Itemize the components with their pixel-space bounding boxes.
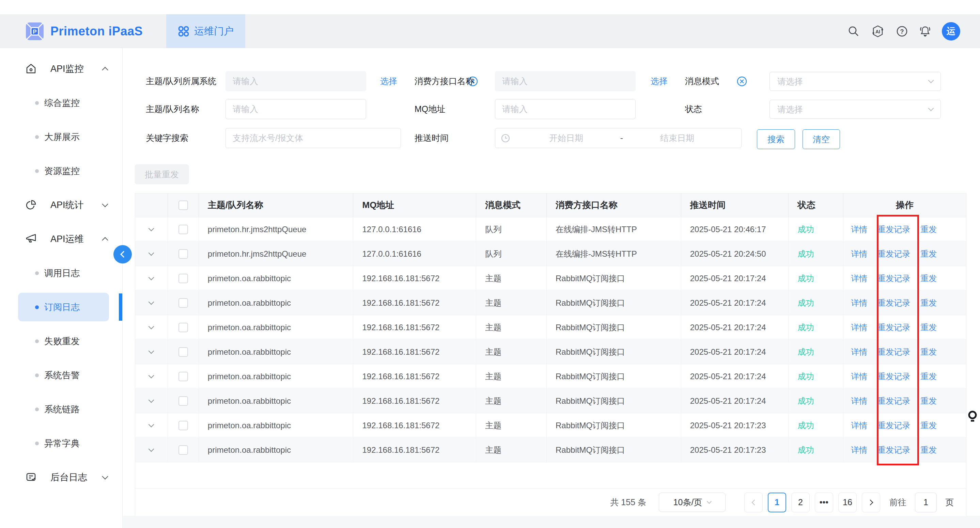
clear-icon[interactable] xyxy=(736,76,748,87)
resend-link[interactable]: 重发 xyxy=(920,396,937,406)
clear-button[interactable]: 清空 xyxy=(803,129,840,149)
expand-row-icon[interactable] xyxy=(148,446,154,452)
resend-link[interactable]: 重发 xyxy=(920,322,937,333)
resend-record-link[interactable]: 重发记录 xyxy=(877,224,910,235)
expand-row-icon[interactable] xyxy=(148,275,154,281)
row-checkbox[interactable] xyxy=(178,445,188,455)
collapse-sidebar-icon xyxy=(120,251,127,258)
expand-row-icon[interactable] xyxy=(148,373,154,379)
expand-row-icon[interactable] xyxy=(148,397,154,403)
expand-row-icon[interactable] xyxy=(148,250,154,256)
detail-link[interactable]: 详情 xyxy=(851,371,867,382)
status-select[interactable]: 请选择 xyxy=(770,100,941,119)
sidebar-item-12[interactable]: 后台日志 xyxy=(0,460,122,494)
row-checkbox[interactable] xyxy=(178,323,188,332)
page-button-2[interactable]: 2 xyxy=(791,493,810,512)
resend-record-link[interactable]: 重发记录 xyxy=(877,298,910,308)
detail-link[interactable]: 详情 xyxy=(851,420,867,431)
resend-link[interactable]: 重发 xyxy=(920,249,937,259)
total-count: 共 155 条 xyxy=(610,497,646,508)
page-button-1[interactable]: 1 xyxy=(768,493,786,512)
next-page-button[interactable] xyxy=(862,493,880,512)
detail-link[interactable]: 详情 xyxy=(851,445,867,455)
push-time-range-picker[interactable]: 开始日期 - 结束日期 xyxy=(495,128,741,148)
page-ellipsis[interactable]: ••• xyxy=(815,493,833,512)
prev-page-button[interactable] xyxy=(744,493,763,512)
system-select-link[interactable]: 选择 xyxy=(380,71,397,91)
consumer-select-link[interactable]: 选择 xyxy=(651,71,668,91)
expand-row-icon[interactable] xyxy=(148,324,154,330)
sidebar-item-8[interactable]: 失败重发 xyxy=(0,324,122,358)
expand-row-icon[interactable] xyxy=(148,422,154,428)
resend-link[interactable]: 重发 xyxy=(920,445,937,455)
expand-row-icon[interactable] xyxy=(148,299,154,305)
resend-record-link[interactable]: 重发记录 xyxy=(877,249,910,259)
page-button-16[interactable]: 16 xyxy=(838,493,857,512)
detail-link[interactable]: 详情 xyxy=(851,298,867,308)
sidebar-item-0[interactable]: API监控 xyxy=(0,52,122,86)
tab-ops-portal[interactable]: 运维门户 xyxy=(166,14,245,48)
consumer-input[interactable] xyxy=(495,71,636,91)
expand-row-icon[interactable] xyxy=(148,348,154,354)
detail-link[interactable]: 详情 xyxy=(851,249,867,259)
select-all-checkbox[interactable] xyxy=(178,200,188,210)
resend-record-link[interactable]: 重发记录 xyxy=(877,420,910,431)
sidebar-collapse-button[interactable] xyxy=(113,245,132,263)
queue-name-input[interactable] xyxy=(226,99,366,119)
lightbulb-icon[interactable] xyxy=(967,410,978,425)
resend-record-link[interactable]: 重发记录 xyxy=(877,273,910,284)
user-avatar[interactable]: 运 xyxy=(942,22,960,41)
resend-record-link[interactable]: 重发记录 xyxy=(877,371,910,382)
row-checkbox[interactable] xyxy=(178,225,188,234)
msg-mode-select[interactable]: 请选择 xyxy=(770,72,941,91)
ai-icon[interactable]: AI xyxy=(870,25,885,38)
resend-link[interactable]: 重发 xyxy=(920,298,937,308)
resend-record-link[interactable]: 重发记录 xyxy=(877,396,910,406)
sidebar-item-11[interactable]: 异常字典 xyxy=(0,426,122,460)
search-icon[interactable] xyxy=(847,25,860,38)
help-icon[interactable]: ? xyxy=(896,25,908,38)
sidebar-item-1[interactable]: 综合监控 xyxy=(0,86,122,120)
sidebar-item-5[interactable]: API运维 xyxy=(0,222,122,256)
detail-link[interactable]: 详情 xyxy=(851,273,867,284)
detail-link[interactable]: 详情 xyxy=(851,396,867,406)
resend-record-link[interactable]: 重发记录 xyxy=(877,445,910,455)
detail-link[interactable]: 详情 xyxy=(851,347,867,357)
sidebar-item-10[interactable]: 系统链路 xyxy=(0,392,122,426)
row-checkbox[interactable] xyxy=(178,372,188,381)
bell-icon[interactable] xyxy=(919,25,932,38)
start-date-placeholder[interactable]: 开始日期 xyxy=(516,132,617,144)
row-checkbox[interactable] xyxy=(178,421,188,430)
detail-link[interactable]: 详情 xyxy=(851,224,867,235)
row-checkbox[interactable] xyxy=(178,249,188,259)
resend-link[interactable]: 重发 xyxy=(920,273,937,284)
sidebar-item-6[interactable]: 调用日志 xyxy=(0,256,122,290)
goto-page-input[interactable] xyxy=(915,493,937,512)
row-checkbox[interactable] xyxy=(178,298,188,308)
resend-record-link[interactable]: 重发记录 xyxy=(877,322,910,333)
expand-row-icon[interactable] xyxy=(148,226,154,231)
row-checkbox[interactable] xyxy=(178,396,188,406)
detail-link[interactable]: 详情 xyxy=(851,322,867,333)
keyword-input[interactable] xyxy=(226,128,401,148)
resend-link[interactable]: 重发 xyxy=(920,347,937,357)
resend-link[interactable]: 重发 xyxy=(920,224,937,235)
sidebar-item-9[interactable]: 系统告警 xyxy=(0,358,122,392)
system-input[interactable] xyxy=(226,71,366,91)
mq-addr-input[interactable] xyxy=(495,99,636,119)
sidebar-item-3[interactable]: 资源监控 xyxy=(0,154,122,188)
end-date-placeholder[interactable]: 结束日期 xyxy=(627,132,728,144)
sidebar-item-4[interactable]: API统计 xyxy=(0,188,122,222)
sidebar-item-7[interactable]: 订阅日志 xyxy=(0,290,122,324)
resend-link[interactable]: 重发 xyxy=(920,371,937,382)
row-checkbox[interactable] xyxy=(178,347,188,357)
brand-logo[interactable]: P Primeton iPaaS xyxy=(25,14,143,48)
cell-push-time: 2025-05-21 20:46:17 xyxy=(681,217,789,241)
page-size-select[interactable]: 10条/页 xyxy=(659,493,725,512)
row-checkbox[interactable] xyxy=(178,274,188,283)
resend-record-link[interactable]: 重发记录 xyxy=(877,347,910,357)
search-button[interactable]: 搜索 xyxy=(757,129,795,149)
batch-resend-button[interactable]: 批量重发 xyxy=(135,165,189,184)
sidebar-item-2[interactable]: 大屏展示 xyxy=(0,120,122,154)
resend-link[interactable]: 重发 xyxy=(920,420,937,431)
